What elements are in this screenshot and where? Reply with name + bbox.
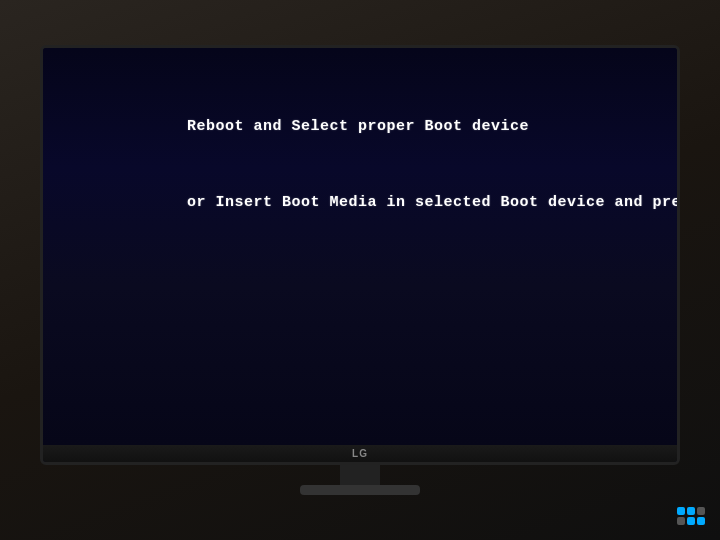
boot-message: Reboot and Select proper Boot device or …	[73, 88, 680, 241]
monitor: Reboot and Select proper Boot device or …	[40, 45, 680, 495]
photo-background: Reboot and Select proper Boot device or …	[0, 0, 720, 540]
monitor-wrapper: Reboot and Select proper Boot device or …	[40, 45, 680, 495]
avito-dot	[697, 507, 705, 515]
avito-dot	[677, 507, 685, 515]
monitor-bezel: Reboot and Select proper Boot device or …	[40, 45, 680, 465]
avito-dot	[687, 517, 695, 525]
avito-dots	[677, 507, 705, 525]
boot-line-1: Reboot and Select proper Boot device	[187, 118, 529, 135]
avito-watermark	[677, 507, 705, 525]
monitor-stand-neck	[340, 465, 380, 485]
lg-logo: LG	[352, 448, 368, 459]
bios-screen: Reboot and Select proper Boot device or …	[43, 48, 677, 445]
boot-line-2: or Insert Boot Media in selected Boot de…	[187, 194, 680, 211]
monitor-stand-base	[300, 485, 420, 495]
avito-dot	[697, 517, 705, 525]
monitor-bottom-bar: LG	[40, 445, 680, 462]
avito-dot	[677, 517, 685, 525]
avito-dot	[687, 507, 695, 515]
